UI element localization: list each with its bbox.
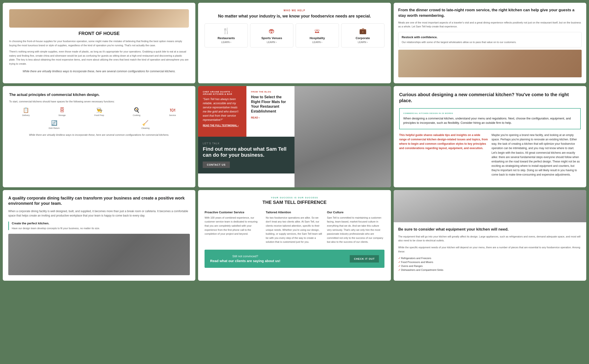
equipment-title: Be sure to consider what equipment your … bbox=[398, 227, 582, 232]
storage-icon-item: 🗄 Storage bbox=[58, 107, 66, 117]
corporate-learn[interactable]: LEARN bbox=[344, 41, 382, 44]
culture-title: Our Culture bbox=[327, 211, 384, 214]
create-kitchen-title: Create the perfect kitchen. bbox=[12, 221, 190, 225]
sports-learn[interactable]: LEARN bbox=[253, 41, 291, 44]
blog-top-section: CHEF ARIANE DUARTE – ARIANE KITCHEN & BA… bbox=[198, 86, 295, 137]
equipment-card: Be sure to consider what equipment your … bbox=[394, 190, 586, 281]
delivery-icon-item: 📋 Delivery bbox=[22, 107, 30, 117]
front-of-house-body2: There's nothing wrong with simple suppli… bbox=[9, 50, 189, 66]
diff-col-culture: Our Culture Sam Tell is committed to mai… bbox=[327, 211, 384, 244]
restock-title: Restock with confidence. bbox=[402, 35, 578, 39]
industry-corporate[interactable]: 💼 Corporate LEARN bbox=[341, 23, 384, 47]
front-of-house-italic: While there are virtually limitless ways… bbox=[9, 69, 189, 74]
curious-box: COMMERCIAL KITCHEN DESIGN IN 29 WORDS Wh… bbox=[399, 108, 581, 129]
equipment-image bbox=[394, 190, 586, 222]
cleaning-icon: 🧹 bbox=[141, 120, 149, 126]
hospitality-name: Hospitality bbox=[298, 36, 336, 40]
contact-us-button[interactable]: CONTACT US bbox=[203, 162, 230, 168]
industry-hospitality[interactable]: 🛎 Hospitality LEARN bbox=[296, 23, 339, 47]
hospitality-learn[interactable]: LEARN bbox=[298, 41, 336, 44]
cooking-label: Cooking bbox=[133, 114, 140, 117]
read-full-link[interactable]: READ THE FULL TESTIMONIAL › bbox=[203, 124, 242, 127]
diff-col-attention: Tailored Attention No two foodservice op… bbox=[266, 211, 323, 244]
industry-grid: 🍴 Restaurants LEARN 🏟 Sports Venues LEAR… bbox=[205, 23, 384, 47]
restock-box: Restock with confidence. Our relationshi… bbox=[398, 32, 582, 48]
hospitality-icon: 🛎 bbox=[298, 27, 336, 34]
sports-name: Sports Venues bbox=[253, 36, 291, 40]
dish-return-icon: 🔄 bbox=[49, 120, 60, 126]
diff-col-service: Proactive Customer Service With 100 year… bbox=[205, 211, 262, 244]
blog-feature-card: CHEF ARIANE DUARTE – ARIANE KITCHEN & BA… bbox=[198, 86, 391, 187]
sports-icon: 🏟 bbox=[253, 27, 291, 34]
curious-box-text: When designing a commercial kitchen, und… bbox=[403, 116, 576, 125]
kitchen-photo bbox=[295, 86, 391, 187]
equipment-content: Be sure to consider what equipment your … bbox=[394, 222, 586, 277]
front-of-house-image bbox=[9, 9, 189, 28]
check-it-out-button[interactable]: CHECK IT OUT bbox=[350, 255, 379, 263]
who-we-help-card: WHO WE HELP No matter what your industry… bbox=[198, 3, 391, 83]
principles-icons-2: 🔄 Dish Return 🧹 Cleaning bbox=[9, 120, 189, 129]
restaurants-name: Restaurants bbox=[207, 36, 245, 40]
diff-columns: Proactive Customer Service With 100 year… bbox=[205, 211, 384, 244]
lets-talk-label: LET'S TALK bbox=[203, 142, 290, 145]
equipment-list: Refrigerators and Freezers Food Processo… bbox=[398, 256, 582, 272]
food-prep-label: Food Prep bbox=[94, 114, 104, 117]
storage-label: Storage bbox=[58, 114, 66, 117]
restaurants-learn[interactable]: LEARN bbox=[207, 41, 245, 44]
diff-title: THE SAM TELL DIFFERENCE bbox=[205, 200, 384, 205]
food-prep-icon-item: 👨‍🍳 Food Prep bbox=[94, 107, 104, 117]
curious-two-col: This helpful guide shares valuable tips … bbox=[399, 133, 581, 177]
attention-title: Tailored Attention bbox=[266, 211, 323, 214]
corporate-card: A quality corporate dining facility can … bbox=[3, 190, 195, 281]
curious-title: Curious about designing a new commercial… bbox=[399, 91, 581, 104]
still-text2: Read what our clients are saying about u… bbox=[210, 258, 280, 263]
list-item-processors: Food Processors and Mixers bbox=[398, 260, 582, 264]
principles-icons: 📋 Delivery 🗄 Storage 👨‍🍳 Food Prep 🍳 Coo… bbox=[9, 107, 189, 117]
list-item-dishwashers: Dishwashers and Compartment Sinks bbox=[398, 268, 582, 272]
blog-main-text: FROM THE BLOG How to Select the Right Fl… bbox=[246, 86, 295, 137]
service-body: With 100 years of combined experience, o… bbox=[205, 216, 262, 236]
blog-cta: LET'S TALK Find out more about what Sam … bbox=[198, 137, 295, 174]
equipment-body1: The equipment that will go into your kit… bbox=[398, 235, 582, 243]
principles-body: To start, commercial kitchens should hav… bbox=[9, 100, 189, 104]
sam-tell-diff-card: YOUR SUCCESS IS OUR SUCCESS THE SAM TELL… bbox=[198, 190, 391, 281]
blog-testimonial: CHEF ARIANE DUARTE – ARIANE KITCHEN & BA… bbox=[198, 86, 246, 137]
industry-sports-venues[interactable]: 🏟 Sports Venues LEARN bbox=[250, 23, 293, 47]
restock-body: Our relationships with some of the large… bbox=[402, 40, 578, 44]
still-convinced-banner: Still not convinced? Read what our clien… bbox=[205, 250, 384, 268]
blog-feature-grid: CHEF ARIANE DUARTE – ARIANE KITCHEN & BA… bbox=[198, 86, 391, 187]
list-item-ovens: Ovens and Ranges bbox=[398, 264, 582, 268]
corporate-title: A quality corporate dining facility can … bbox=[8, 195, 190, 206]
your-success-label: YOUR SUCCESS IS OUR SUCCESS bbox=[205, 196, 384, 199]
service-label: Service bbox=[169, 114, 176, 117]
dish-return-icon-item: 🔄 Dish Return bbox=[49, 120, 60, 129]
testimonial-quote: "Sam Tell has always been reliable, acce… bbox=[203, 97, 242, 122]
blog-read-link[interactable]: READ › bbox=[251, 116, 290, 119]
culture-body: Sam Tell is committed to maintaining a c… bbox=[327, 216, 384, 244]
industry-restaurants[interactable]: 🍴 Restaurants LEARN bbox=[205, 23, 248, 47]
still-convinced-text: Still not convinced? Read what our clien… bbox=[210, 254, 280, 263]
curious-red-text: This helpful guide shares valuable tips … bbox=[399, 133, 488, 177]
kitchen-principles-card: The actual principles of commercial kitc… bbox=[3, 86, 195, 187]
delivery-label: Delivery bbox=[22, 114, 30, 117]
blog-label: FROM THE BLOG bbox=[251, 91, 290, 93]
corporate-body: When a corporate dining facility is well… bbox=[8, 209, 190, 218]
cooking-icon-item: 🍳 Cooking bbox=[133, 107, 140, 117]
service-title: Proactive Customer Service bbox=[205, 211, 262, 214]
restaurants-icon: 🍴 bbox=[207, 27, 245, 34]
create-kitchen-box: Create the perfect kitchen. Have our des… bbox=[8, 221, 190, 230]
who-we-help-label: WHO WE HELP bbox=[205, 9, 384, 12]
corporate-kitchen-image bbox=[8, 234, 190, 275]
blog-title: How to Select the Right Floor Mats for Y… bbox=[251, 95, 290, 114]
who-we-help-subtitle: No matter what your industry is, we know… bbox=[205, 13, 384, 19]
principles-footer: While there are virtually limitless ways… bbox=[9, 133, 189, 137]
service-icon: 🍽 bbox=[169, 107, 176, 113]
curious-box-label: COMMERCIAL KITCHEN DESIGN IN 29 WORDS bbox=[403, 112, 576, 114]
service-icon-item: 🍽 Service bbox=[169, 107, 176, 117]
principles-title: The actual principles of commercial kitc… bbox=[9, 92, 189, 97]
cooking-icon: 🍳 bbox=[133, 107, 140, 113]
blog-left-column: CHEF ARIANE DUARTE – ARIANE KITCHEN & BA… bbox=[198, 86, 295, 187]
cleaning-icon-item: 🧹 Cleaning bbox=[141, 120, 149, 129]
front-of-house-title: FRONT OF HOUSE bbox=[9, 31, 189, 36]
delivery-icon: 📋 bbox=[22, 107, 30, 113]
